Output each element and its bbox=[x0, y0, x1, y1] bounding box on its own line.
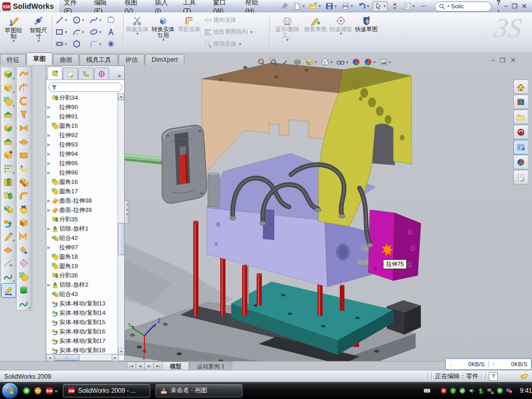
selection-filter-button[interactable] bbox=[390, 2, 400, 11]
lofted-surface-tool[interactable] bbox=[17, 108, 31, 121]
graphics-viewport[interactable]: Y Z X ▼▼▼▼▼ − ❒ ✕ ◂◂◂ 拉伸75 bbox=[125, 55, 532, 361]
tree-vertical-scrollbar[interactable]: ▲ ▼ bbox=[117, 93, 124, 355]
expand-arrow-icon[interactable]: ▶ bbox=[46, 245, 51, 250]
scroll-up-arrow[interactable]: ▲ bbox=[118, 93, 124, 100]
chamfer-tool[interactable] bbox=[1, 108, 15, 121]
quick-snaps-button[interactable]: 快速捕捉▼ bbox=[329, 14, 352, 49]
tab-曲面[interactable]: 曲面 bbox=[53, 54, 79, 65]
tab-草图[interactable]: 草图 bbox=[26, 52, 52, 65]
panel-splitter-handle[interactable]: ◂◂◂ bbox=[125, 200, 129, 224]
hole-wizard-tool[interactable] bbox=[1, 148, 15, 162]
toolbar-overflow[interactable] bbox=[418, 2, 429, 11]
tree-item[interactable]: 圆角18 bbox=[46, 252, 119, 261]
view-settings-button[interactable]: ▼ bbox=[379, 58, 392, 66]
tab-nav-2[interactable]: ► bbox=[144, 362, 153, 370]
options-button[interactable]: ▼ bbox=[402, 2, 416, 11]
tree-item[interactable]: 组合42 bbox=[46, 233, 119, 243]
apply-scene-button[interactable]: ▼ bbox=[364, 58, 376, 66]
view-palette-tab[interactable] bbox=[513, 140, 528, 154]
tree-item[interactable]: 分割34 bbox=[46, 93, 119, 102]
expand-arrow-icon[interactable]: ▶ bbox=[46, 198, 51, 203]
sketch-button[interactable]: 草图绘制▼ bbox=[2, 14, 25, 49]
select-button[interactable]: ▼ bbox=[373, 1, 388, 11]
move-entities-button[interactable]: 移动实体▼ bbox=[204, 38, 242, 49]
design-library-tab[interactable] bbox=[513, 95, 528, 109]
replace-face-tool[interactable] bbox=[17, 216, 31, 229]
doc-restore-button[interactable]: ❒ bbox=[500, 57, 506, 64]
new-document-button[interactable]: ▼ bbox=[292, 2, 306, 11]
start-button[interactable] bbox=[2, 382, 18, 399]
tree-item[interactable]: 组合43 bbox=[46, 289, 119, 299]
delete-face-tool[interactable] bbox=[17, 202, 31, 216]
expand-arrow-icon[interactable]: ▶ bbox=[46, 208, 51, 212]
tab-特征[interactable]: 特征 bbox=[0, 54, 26, 65]
blocks-tool[interactable] bbox=[1, 175, 15, 189]
box-select-tool[interactable] bbox=[107, 15, 122, 25]
tab-评估[interactable]: 评估 bbox=[118, 54, 144, 65]
dimxpertmanager-tab[interactable] bbox=[94, 68, 109, 79]
tray-antivirus[interactable] bbox=[449, 387, 457, 394]
extruded-boss-tool[interactable]: ▼ bbox=[1, 67, 15, 81]
split-tool[interactable] bbox=[1, 189, 15, 202]
line-tool[interactable]: ▼ bbox=[55, 15, 71, 25]
tree-item[interactable]: 分割36 bbox=[46, 271, 119, 280]
expand-arrow-icon[interactable]: ▶ bbox=[46, 142, 51, 147]
scroll-right-arrow[interactable]: ► bbox=[112, 354, 119, 362]
solidworks-search-tab[interactable] bbox=[513, 125, 528, 139]
tree-item[interactable]: 实体-移动/复制15 bbox=[46, 317, 119, 327]
filter-input[interactable] bbox=[48, 83, 122, 92]
rectangle-tool[interactable]: ▼ bbox=[55, 26, 71, 37]
swept-surface-tool[interactable] bbox=[17, 94, 31, 108]
panel-expand-button[interactable]: » bbox=[114, 72, 124, 79]
tray-update[interactable] bbox=[459, 387, 466, 394]
expand-arrow-icon[interactable]: ▶ bbox=[46, 227, 51, 231]
scroll-thumb[interactable]: ||| bbox=[55, 354, 79, 361]
quicklaunch-solidworks[interactable]: SW bbox=[45, 387, 54, 395]
circle-tool[interactable]: ▼ bbox=[72, 15, 88, 25]
restore-button[interactable]: ❒ bbox=[512, 3, 517, 10]
tray-messenger[interactable] bbox=[506, 387, 513, 394]
scroll-left-arrow[interactable]: ◄ bbox=[46, 354, 54, 362]
configurationmanager-tab[interactable] bbox=[78, 68, 94, 79]
fillet-surface-tool[interactable] bbox=[17, 270, 31, 283]
spline-surface-tool[interactable]: ▼ bbox=[17, 297, 31, 310]
slot-tool[interactable]: ▼ bbox=[55, 38, 71, 49]
print-button[interactable]: ▼ bbox=[340, 2, 354, 11]
model-tab-0[interactable]: 模型 bbox=[162, 362, 189, 370]
display-delete-relations-button[interactable]: 显示/删除几...▼ bbox=[273, 14, 301, 49]
tree-item[interactable]: 实体-移动/复制16 bbox=[46, 327, 119, 336]
boundary-surface-tool[interactable] bbox=[17, 121, 31, 135]
planar-surface-tool[interactable] bbox=[17, 148, 31, 162]
tree-item[interactable]: 圆角16 bbox=[46, 177, 119, 187]
tree-item[interactable]: ▶ 切除-放样1 bbox=[46, 224, 119, 233]
hide-show-items-button[interactable]: ▼ bbox=[336, 58, 349, 66]
pushpin-icon[interactable] bbox=[280, 2, 290, 11]
ellipse-tool[interactable]: ▼ bbox=[89, 26, 105, 37]
trim-surface-tool[interactable] bbox=[17, 256, 31, 270]
rapid-sketch-button[interactable]: 快速草图 bbox=[354, 14, 378, 49]
quicklaunch-messenger[interactable] bbox=[22, 387, 31, 395]
tree-item[interactable]: 圆角17 bbox=[46, 187, 119, 196]
offset-entities-button[interactable]: 等距实体 bbox=[178, 14, 201, 49]
save-button[interactable]: ▼ bbox=[324, 2, 338, 11]
zoom-area-button[interactable] bbox=[269, 58, 278, 66]
zoom-selection-button[interactable] bbox=[281, 58, 290, 66]
tree-item[interactable]: ▶ 拉伸93 bbox=[46, 140, 119, 149]
tray-upload[interactable] bbox=[477, 387, 485, 394]
convert-entities-button[interactable]: 转换实体引用▼ bbox=[150, 14, 177, 49]
tab-nav-0[interactable]: |◄ bbox=[127, 362, 136, 370]
trim-entities-button[interactable]: 剪裁实体▼ bbox=[126, 14, 149, 49]
tree-item[interactable]: ▶ 曲面-拉伸38 bbox=[46, 196, 119, 205]
curve-tool[interactable] bbox=[1, 256, 15, 270]
tree-item[interactable]: ▶ 曲面-拉伸39 bbox=[46, 205, 119, 215]
tree-item[interactable]: ▶ 拉伸91 bbox=[46, 112, 119, 121]
revolved-boss-tool[interactable]: ▼ bbox=[1, 81, 15, 94]
offset-surface-tool[interactable] bbox=[17, 175, 31, 189]
instant3d-tool[interactable] bbox=[1, 283, 16, 298]
section-view-button[interactable] bbox=[293, 58, 302, 66]
tray-keyboard[interactable] bbox=[423, 387, 431, 394]
filled-surface-tool[interactable] bbox=[17, 135, 31, 148]
tag-icon[interactable] bbox=[520, 373, 528, 381]
shell-tool[interactable] bbox=[1, 121, 15, 135]
tree-item[interactable]: ▶ 拉伸90 bbox=[46, 102, 119, 112]
